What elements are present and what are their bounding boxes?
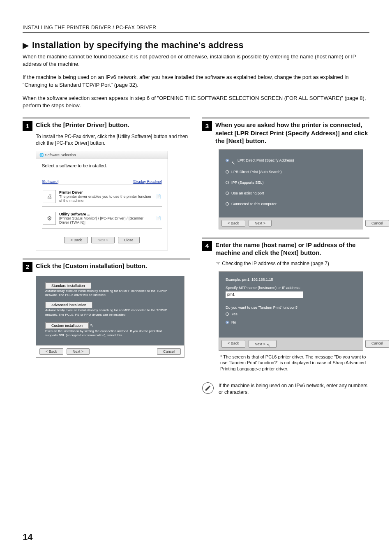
next-button-label: Next > <box>255 342 265 346</box>
note-text: If the machine is being used on an IPv6 … <box>219 382 369 395</box>
footnote: * The screen is that of PCL6 printer dri… <box>220 354 369 372</box>
pointer-icon: ☞ <box>215 260 221 267</box>
custom-install-button[interactable]: Custom installation <box>45 322 89 329</box>
back-button[interactable]: < Back <box>221 220 245 227</box>
item-desc: The printer driver enables you to use th… <box>59 194 153 203</box>
title-line: ▶ Installation by specifying the machine… <box>23 40 369 51</box>
doc-icon: 📄 <box>156 216 161 220</box>
step-number: 1 <box>23 121 32 131</box>
existing-port-option[interactable]: Use an existing port <box>226 189 356 199</box>
dashed-separator <box>202 378 369 378</box>
option-desc: Automatically execute installation by se… <box>45 289 175 298</box>
option-desc: Execute the installation by setting the … <box>45 329 175 338</box>
connected-computer-option[interactable]: Connected to this computer <box>226 199 356 214</box>
readme-label[interactable]: [Display Readme] <box>133 180 162 184</box>
intro-p2: If the machine is being used on an IPv6 … <box>23 74 369 88</box>
screenshot-install-type: Standard installation Automatically exec… <box>36 276 184 358</box>
step-head: 4 Enter the name (host name) or IP addre… <box>202 241 369 257</box>
step-number: 3 <box>202 121 212 131</box>
intro-p2b: " (page <box>111 82 129 88</box>
item-body: Utility Software ... [Printer Status Mon… <box>59 212 153 224</box>
standard-install-option: Standard installation Automatically exec… <box>45 284 175 298</box>
window-title-text: Software Selection <box>45 153 76 157</box>
selection-heading: Select a software to be installed. <box>42 163 162 168</box>
page: INSTALLING THE PRINTER DRIVER / PC-FAX D… <box>0 0 392 555</box>
option-label: Yes <box>231 312 238 316</box>
pencil-icon <box>205 385 211 391</box>
button-row: < Back Next > Close <box>42 231 162 246</box>
gear-icon: ⚙ <box>43 212 56 225</box>
cancel-button[interactable]: Cancel <box>365 340 389 348</box>
cross-reference-text[interactable]: Checking the IP address of the machine (… <box>222 261 329 266</box>
header-section: INSTALLING THE PRINTER DRIVER / PC-FAX D… <box>23 25 369 30</box>
step-rule <box>202 238 369 238</box>
page-title: Installation by specifying the machine's… <box>32 40 244 51</box>
intro-p2-link[interactable]: Changing to a Standard TCP/IP Port <box>25 82 111 88</box>
left-column: 1 Click the [Printer Driver] button. To … <box>23 115 190 395</box>
next-button[interactable]: Next > <box>67 348 90 355</box>
separator <box>42 228 162 229</box>
printer-driver-item[interactable]: 🖨 Printer Driver The printer driver enab… <box>42 187 162 206</box>
option-label: Connected to this computer <box>231 202 277 206</box>
intro-p3-link[interactable]: OPENING THE SOFTWARE SELECTION SCREEN (F… <box>159 95 341 101</box>
field-label: Specify MFP name (hostname) or IP addres… <box>226 286 356 290</box>
cancel-button[interactable]: Cancel <box>157 348 181 355</box>
utility-software-item[interactable]: ⚙ Utility Software ... [Printer Status M… <box>42 209 162 227</box>
cursor-icon: ↖ <box>267 342 270 347</box>
step-title: When you are asked how the printer is co… <box>215 121 369 145</box>
right-column: 3 When you are asked how the printer is … <box>202 115 369 395</box>
radio-icon <box>226 192 229 195</box>
cancel-button[interactable]: Cancel <box>365 220 389 227</box>
screenshot-enter-address: Example: prn1, 192.168.1.15 Specify MFP … <box>219 271 363 351</box>
advanced-install-button[interactable]: Advanced installation <box>45 302 92 308</box>
page-number: 14 <box>23 532 32 543</box>
step-title: Click the [Custom installation] button. <box>36 262 147 272</box>
back-button[interactable]: < Back <box>39 348 63 355</box>
screenshot-connection-method: ↖ LPR Direct Print (Specify Address) LPR… <box>219 149 363 229</box>
radio-selected-icon <box>226 321 229 324</box>
hostname-input[interactable]: prn1 <box>226 291 303 298</box>
advanced-install-option: Advanced installation Automatically exec… <box>45 303 175 317</box>
step-head: 2 Click the [Custom installation] button… <box>23 262 190 272</box>
standard-install-button[interactable]: Standard installation <box>45 282 91 289</box>
item-desc: [Printer Status Monitor] / [PC-Fax Drive… <box>59 216 153 224</box>
custom-install-option: Custom installation ↖ Execute the instal… <box>45 323 175 338</box>
step-head: 3 When you are asked how the printer is … <box>202 121 369 145</box>
step-rule <box>202 118 369 118</box>
software-label[interactable]: [Software] <box>42 180 59 184</box>
back-button[interactable]: < Back <box>64 237 88 243</box>
option-label: Use an existing port <box>231 191 264 195</box>
tandem-yes-option[interactable]: Yes <box>226 310 356 318</box>
tandem-no-option[interactable]: No <box>226 318 356 334</box>
button-row: < Back Next > Cancel <box>219 217 363 229</box>
step-number: 2 <box>23 262 32 272</box>
cross-reference: ☞ Checking the IP address of the machine… <box>215 259 369 267</box>
cursor-icon: ↖ <box>90 323 94 328</box>
tandem-question: Do you want to use 'Tandem Print' functi… <box>226 305 356 310</box>
install-options-pane: Standard installation Automatically exec… <box>36 276 184 345</box>
printer-icon: 🖨 <box>43 190 56 203</box>
option-label: LPR Direct Print (Auto Search) <box>231 170 282 174</box>
note-icon <box>202 382 214 394</box>
intro-p2-page[interactable]: 32 <box>129 82 135 88</box>
button-row: < Back Next > Cancel <box>36 345 184 357</box>
next-button[interactable]: Next > <box>91 237 114 243</box>
address-pane: Example: prn1, 192.168.1.15 Specify MFP … <box>219 272 363 338</box>
step-rule <box>23 259 190 259</box>
lpr-auto-option[interactable]: LPR Direct Print (Auto Search) <box>226 167 356 178</box>
lpr-specify-option[interactable]: ↖ LPR Direct Print (Specify Address) <box>226 155 356 167</box>
next-button[interactable]: Next > ↖ <box>249 340 277 348</box>
note-box: If the machine is being used on an IPv6 … <box>202 382 369 395</box>
back-button[interactable]: < Back <box>221 340 245 348</box>
radio-icon <box>226 312 229 316</box>
next-button[interactable]: Next > <box>249 220 272 227</box>
intro-p3-page[interactable]: 8 <box>360 95 362 101</box>
title-triangle-icon: ▶ <box>23 41 29 49</box>
close-button[interactable]: Close <box>118 237 140 243</box>
two-column-layout: 1 Click the [Printer Driver] button. To … <box>23 115 369 395</box>
step-2: 2 Click the [Custom installation] button… <box>23 256 190 358</box>
step-title: Click the [Printer Driver] button. <box>36 121 129 131</box>
ipp-option[interactable]: IPP (Supports SSL) <box>226 178 356 189</box>
option-label: IPP (Supports SSL) <box>231 180 263 185</box>
intro-p1: When the machine cannot be found because… <box>23 53 369 68</box>
